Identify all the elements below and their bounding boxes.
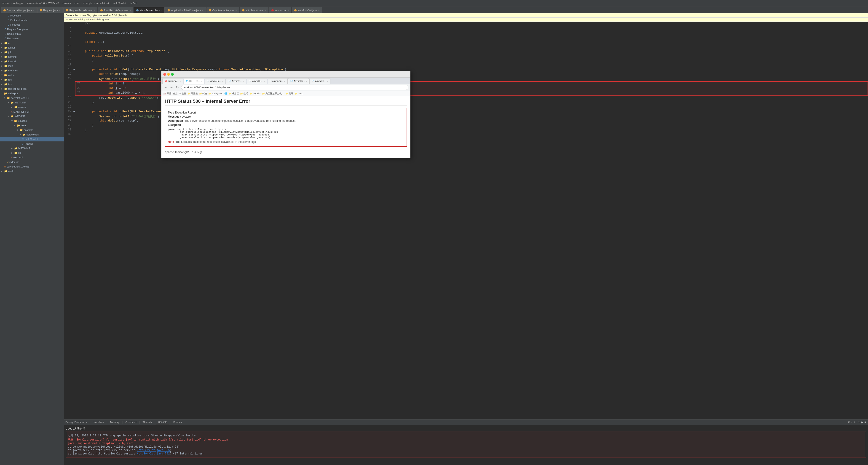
bookmark-qianduan[interactable]: 📁 前端 [285, 92, 293, 95]
tree-item-jasper[interactable]: ▶ 📁 jasper [0, 45, 64, 50]
browser-tab-asyncco2[interactable]: 📄 AsyncCo... × [288, 78, 309, 84]
tree-item-protocolhandler[interactable]: C ProtocolHandler [0, 18, 64, 23]
tree-item-tomcat-build-libs[interactable]: ▶ 📁 tomcat-build-libs [0, 87, 64, 91]
tree-item-helloservlet[interactable]: C HelloServlet [0, 137, 64, 141]
tree-item-war[interactable]: W servelet-test-1.0.war [0, 164, 64, 169]
tree-item-web-inf[interactable]: ▼ 📂 WEB-INF [0, 114, 64, 119]
back-button[interactable]: ← [163, 85, 168, 90]
tab-coyoteadapter[interactable]: CoyoteAdapter.java × [207, 7, 240, 13]
tree-item-com[interactable]: ▼ 📂 com [0, 123, 64, 128]
close-icon[interactable]: × [264, 80, 265, 82]
debug-stop[interactable]: ⏹ [864, 421, 867, 424]
bookmark-changyong[interactable]: 常用 [167, 92, 172, 95]
tree-item-example[interactable]: ▼ 📂 example [0, 128, 64, 132]
bookmark-taobao[interactable]: 📁 淘宝开放平台·文... [262, 92, 284, 95]
tree-item-meta-inf[interactable]: ▼ 📂 META-INF [0, 100, 64, 105]
bookmark-linux[interactable]: 📁 linux [295, 92, 303, 95]
tab-helloservlet[interactable]: HelloServlet.class × [134, 7, 165, 13]
close-icon[interactable]: × [243, 80, 244, 82]
browser-minimize-btn[interactable] [167, 73, 170, 76]
browser-tab-httpstatus[interactable]: 🌐 HTTP St... × [184, 78, 204, 84]
debug-step-into[interactable]: ↴ [854, 421, 856, 424]
tree-item-juli[interactable]: ▶ 📁 juli [0, 50, 64, 55]
tab-frames[interactable]: Frames [172, 420, 184, 424]
url-input[interactable] [181, 85, 408, 90]
tree-item-servelet-test[interactable]: ▼ 📂 servelet-test-1.0 [0, 96, 64, 100]
close-icon[interactable]: × [161, 9, 162, 11]
close-icon[interactable]: × [180, 80, 181, 82]
close-icon[interactable]: × [202, 9, 204, 11]
browser-tab-asyncsu[interactable]: 📄 asyncSu... × [247, 78, 267, 84]
bookmark-aliyun[interactable]: 📁 阿里云 [187, 92, 198, 95]
close-icon[interactable]: × [306, 80, 307, 82]
browser-tab-asyncsu2[interactable]: C async-su... × [268, 78, 288, 84]
tree-item-work[interactable]: ▶ 📁 work [0, 169, 64, 173]
tree-item-lib[interactable]: ▶ 📁 lib [0, 151, 64, 155]
close-icon[interactable]: × [59, 9, 60, 11]
tab-httpservlet[interactable]: HttpServlet.java × [240, 7, 269, 13]
tree-item-processor[interactable]: C Processor [0, 13, 64, 18]
browser-tab-asyncco[interactable]: 📄 AsyncCo... × [205, 78, 226, 84]
tab-threads[interactable]: Threads [141, 420, 154, 424]
tab-overhead[interactable]: Overhead [123, 420, 138, 424]
debug-step-over[interactable]: ↓ [851, 421, 852, 424]
tree-item-classes[interactable]: ▼ 📂 classes [0, 119, 64, 123]
bookmark-icon[interactable]: 🌐 [224, 92, 227, 95]
tree-item-meta-inf2[interactable]: ▶ 📁 META-INF [0, 146, 64, 151]
close-icon[interactable]: × [265, 9, 266, 11]
tab-memory[interactable]: Memory [108, 420, 121, 424]
tree-item-manifestmf[interactable]: X MANIFEST.MF [0, 109, 64, 114]
tree-item-response[interactable]: C Response [0, 36, 64, 41]
tab-serverxml[interactable]: server.xml × [269, 7, 291, 13]
tree-item-logs[interactable]: ▶ 📁 logs [0, 64, 64, 68]
bookmark-mybatis[interactable]: 📁 mybatis [249, 92, 261, 95]
tab-errorreportvalve[interactable]: ErrorReportValve.java × [98, 7, 133, 13]
tab-applicationfilterchain[interactable]: ApplicationFilterChain.java × [165, 7, 206, 13]
bookmark-shezhi[interactable]: ⚙ 设置 [179, 92, 186, 95]
tree-item-modules[interactable]: ▶ 📁 modules [0, 68, 64, 73]
tree-item-requestgroupinfo[interactable]: C RequestGroupInfo [0, 27, 64, 32]
tree-item-servelettest[interactable]: ▼ 📂 servelettest [0, 132, 64, 137]
bookmark-zhuoshang[interactable]: 桌上 [173, 92, 178, 95]
tree-item-res[interactable]: ▶ 📁 res [0, 77, 64, 82]
tree-item-indexjsp[interactable]: J index.jsp [0, 160, 64, 164]
close-icon[interactable]: × [327, 80, 328, 82]
close-icon[interactable]: × [201, 80, 202, 82]
close-icon[interactable]: × [33, 9, 34, 11]
close-icon[interactable]: × [129, 9, 131, 11]
tree-item-el[interactable]: ▶ 📁 el [0, 41, 64, 45]
bookmark-shuqianzha[interactable]: 📁 书签栏 [228, 92, 239, 95]
close-icon[interactable]: × [284, 80, 285, 82]
tab-variables[interactable]: Variables [92, 420, 106, 424]
tree-item-request[interactable]: C Request [0, 23, 64, 27]
tree-item-maven[interactable]: ▶ 📁 maven [0, 105, 64, 109]
tree-item-webxml[interactable]: X web.xml [0, 155, 64, 160]
bookmark-springmvc[interactable]: 📁 spring-mvc [208, 92, 223, 95]
browser-tab-asyncst[interactable]: 📄 AsyncSt... × [226, 78, 246, 84]
tree-item-output[interactable]: ▼ 📂 output [0, 73, 64, 77]
browser-maximize-btn[interactable] [171, 73, 174, 76]
debug-action-btn[interactable]: ⊟ [848, 421, 850, 424]
browser-tab-asyncco3[interactable]: 📄 AsyncCo... × [309, 78, 331, 84]
close-icon[interactable]: × [94, 9, 95, 11]
tree-item-naming[interactable]: ▶ 📁 naming [0, 55, 64, 59]
bookmark-jiaxiao[interactable]: 📁 驾校 [199, 92, 207, 95]
tree-item-webapps[interactable]: ▼ 📂 webapps [0, 91, 64, 96]
debug-step-out[interactable]: ↑ [856, 421, 858, 424]
tab-request[interactable]: Request.java × [37, 7, 63, 13]
debug-resume[interactable]: ▶ [861, 421, 863, 424]
browser-tab-quyixiao[interactable]: 🐙 quyixiao/... × [162, 78, 183, 84]
tree-item-requestinfo[interactable]: C RequestInfo [0, 32, 64, 36]
tree-item-test[interactable]: ▶ 📁 test [0, 82, 64, 87]
tab-console[interactable]: Console [156, 420, 169, 424]
tree-item-tomcat[interactable]: ▶ 📁 tomcat [0, 59, 64, 64]
tab-webruleset[interactable]: WebRuleSet.java × [292, 7, 322, 13]
close-icon[interactable]: × [236, 9, 237, 11]
browser-close-btn[interactable] [163, 73, 166, 76]
tab-requestfacade[interactable]: RequestFacade.java × [63, 7, 97, 13]
debug-run-cursor[interactable]: ↻ [858, 421, 861, 424]
close-icon[interactable]: × [222, 80, 223, 82]
tree-item-httputil[interactable]: C HttpUtil [0, 141, 64, 146]
close-icon[interactable]: × [287, 9, 289, 11]
tab-standardwrapper[interactable]: StandardWrapper.java × [1, 7, 37, 13]
